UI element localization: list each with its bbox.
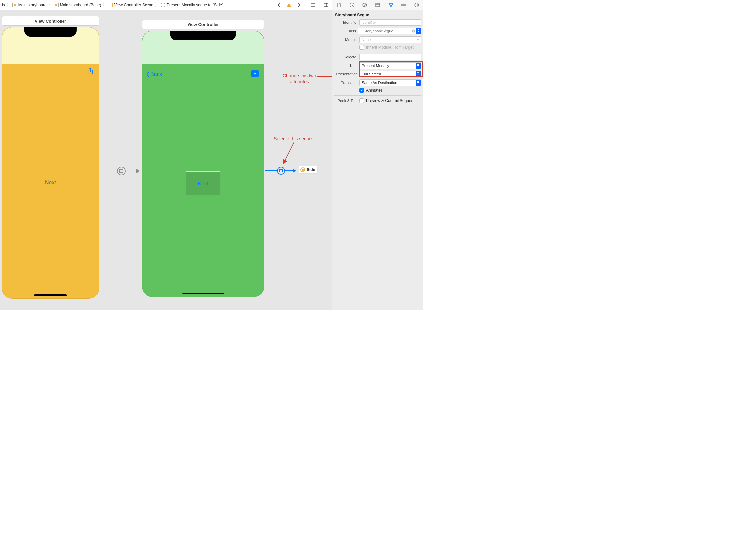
scene-title-bar[interactable]: View Controller (142, 19, 264, 30)
animates-checkbox[interactable] (360, 88, 364, 93)
breadcrumb-item[interactable]: Present Modally segue to "Side" (160, 3, 224, 7)
svg-rect-5 (324, 3, 328, 7)
transition-select[interactable]: Same As Destination (360, 79, 421, 86)
device-notch (170, 31, 236, 40)
field-label: Class (334, 29, 358, 33)
annotation-arrow (281, 142, 298, 168)
scene-title-bar[interactable]: View Controller (2, 16, 99, 26)
breadcrumb-label: View Controller Scene (114, 3, 153, 7)
annotation-text: Selecte this segue (274, 136, 312, 142)
help-inspector-tab[interactable] (362, 2, 368, 8)
back-label: Back (150, 71, 163, 77)
module-row: Module None (334, 37, 421, 43)
select-value: Present Modally (360, 63, 416, 67)
editor-path-bar: ls 〉 Main.storyboard 〉 Main.storyboard (… (0, 0, 332, 10)
class-combo[interactable] (358, 28, 421, 35)
annotation-arrow (317, 75, 332, 80)
scene-title-label: View Controller (187, 22, 218, 27)
peekpop-checkbox[interactable] (360, 98, 364, 103)
inspector-tabs (332, 0, 423, 10)
field-label: Presentation (334, 72, 360, 76)
history-inspector-tab[interactable] (349, 2, 355, 8)
storyboard-file-icon (54, 3, 59, 7)
home-indicator (182, 292, 224, 294)
annotation-line: Change this two (283, 73, 316, 79)
dropdown-icon (416, 71, 421, 77)
identity-inspector-tab[interactable] (374, 2, 381, 8)
svg-line-9 (283, 142, 294, 164)
inspector-section-header: Storyboard Segue (334, 12, 421, 19)
class-input[interactable] (358, 28, 410, 35)
attributes-inspector-tab[interactable] (388, 2, 394, 8)
select-value: Same As Destination (360, 81, 416, 85)
animates-row: Animates (334, 88, 421, 93)
chip-label: Side (307, 167, 315, 172)
selector-input[interactable] (360, 54, 421, 60)
breadcrumb-label: Present Modally segue to "Side" (167, 3, 223, 7)
storyboard-canvas[interactable]: View Controller Next View Controller Bac… (0, 10, 332, 310)
outline-toggle-button[interactable] (309, 2, 316, 8)
view-controller-phone[interactable]: Next (2, 27, 99, 298)
annotation-line: attributes (283, 79, 316, 85)
field-label: Identifier (334, 20, 360, 24)
connections-inspector-tab[interactable] (414, 2, 420, 8)
breadcrumb: ls 〉 Main.storyboard 〉 Main.storyboard (… (0, 2, 276, 8)
checkbox-label: Animates (366, 88, 383, 93)
selector-row: Selector (334, 54, 421, 60)
select-value: Full Screen (360, 72, 416, 76)
field-label: Kind (334, 63, 360, 67)
svg-rect-13 (376, 3, 380, 7)
breadcrumb-item[interactable]: Main.storyboard (Base) (53, 3, 102, 7)
container-view[interactable]: Next (186, 171, 220, 195)
clear-icon[interactable] (410, 28, 416, 35)
divider (319, 2, 319, 8)
inherit-checkbox[interactable] (360, 45, 364, 50)
presentation-row: Presentation Full Screen (334, 71, 421, 77)
select-value: None (360, 38, 416, 42)
view-controller-phone[interactable]: Back Next (142, 31, 264, 297)
breadcrumb-item[interactable]: Main.storyboard (12, 3, 47, 7)
share-icon[interactable] (87, 67, 93, 76)
module-select[interactable]: None (360, 37, 421, 43)
size-inspector-tab[interactable] (400, 2, 407, 8)
svg-rect-0 (289, 4, 290, 6)
next-button[interactable]: Next (2, 180, 99, 186)
scene-icon (108, 3, 113, 7)
button-label: Next (45, 180, 56, 185)
scene-reference-chip[interactable]: Side (299, 166, 318, 174)
breadcrumb-item[interactable]: ls (1, 3, 6, 7)
checkbox-label: Inherit Module From Target (366, 45, 414, 50)
back-button[interactable]: Back (146, 71, 163, 77)
kind-select[interactable]: Present Modally (360, 62, 421, 69)
breadcrumb-label: ls (2, 3, 5, 7)
breadcrumb-item[interactable]: View Controller Scene (108, 3, 154, 7)
class-row: Class (334, 28, 421, 35)
scene-title-label: View Controller (35, 18, 66, 23)
svg-rect-1 (289, 6, 290, 7)
button-label: Next (198, 181, 208, 186)
inherit-row: Inherit Module From Target (334, 45, 421, 50)
checkbox-label: Preview & Commit Segues (366, 98, 414, 103)
history-forward-button[interactable] (296, 2, 302, 8)
segue-connector[interactable] (101, 167, 139, 175)
segue-connector-selected[interactable] (265, 167, 296, 175)
viewcontroller-icon (300, 167, 305, 172)
history-back-button[interactable] (276, 2, 282, 8)
chevron-right-icon: 〉 (154, 2, 160, 8)
dropdown-icon[interactable] (416, 28, 421, 35)
home-indicator (34, 294, 67, 296)
dropdown-icon (416, 39, 421, 41)
identifier-input[interactable] (360, 19, 421, 26)
field-label: Peek & Pop (334, 99, 360, 103)
identifier-row: Identifier (334, 19, 421, 26)
download-icon[interactable] (251, 70, 259, 77)
dropdown-icon (416, 80, 421, 86)
adjust-editor-button[interactable] (323, 2, 329, 8)
segue-icon (161, 3, 165, 7)
presentation-select[interactable]: Full Screen (360, 71, 421, 77)
kind-row: Kind Present Modally (334, 62, 421, 69)
file-inspector-tab[interactable] (336, 2, 342, 8)
storyboard-file-icon (12, 3, 17, 7)
warning-icon[interactable] (286, 2, 292, 8)
annotation-line: Selecte this segue (274, 136, 312, 141)
